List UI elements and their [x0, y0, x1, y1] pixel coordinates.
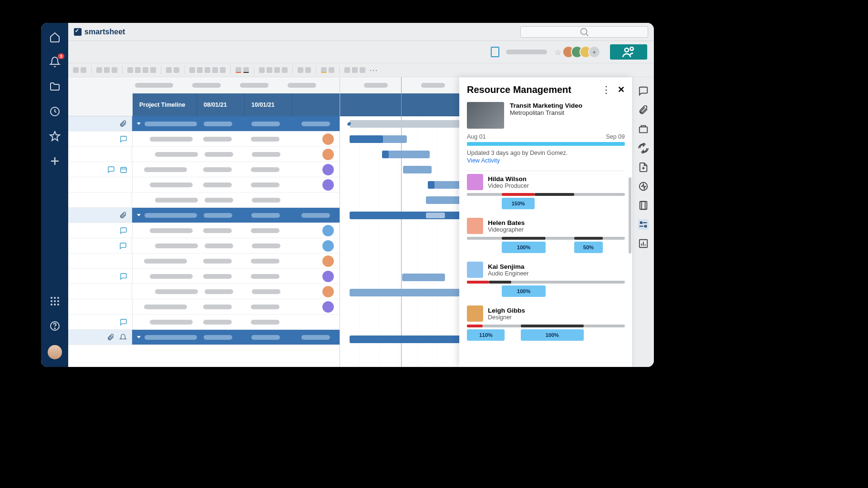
date-cell[interactable] — [245, 213, 292, 218]
primary-cell[interactable] — [133, 305, 196, 309]
allocation-chip[interactable]: 100% — [502, 242, 546, 253]
gantt-bar[interactable] — [350, 135, 383, 143]
toolbar-button[interactable] — [298, 67, 303, 73]
comment-icon[interactable] — [120, 135, 127, 143]
toolbar-button[interactable] — [352, 67, 358, 73]
allocation-chip[interactable]: 110% — [467, 329, 505, 341]
primary-cell[interactable] — [133, 274, 196, 279]
allocation-chip[interactable]: 100% — [502, 285, 546, 297]
primary-cell[interactable] — [132, 122, 197, 126]
date-cell[interactable] — [196, 167, 244, 172]
allocation-chip[interactable]: 150% — [502, 198, 535, 209]
gantt-bar[interactable] — [428, 181, 434, 189]
primary-cell[interactable] — [133, 183, 196, 187]
toolbar-button[interactable] — [197, 67, 203, 73]
assignee-avatar[interactable] — [322, 179, 334, 191]
date-cell[interactable] — [244, 320, 292, 325]
update-requests-icon[interactable] — [638, 162, 649, 173]
share-button[interactable] — [610, 44, 647, 60]
assignee-cell[interactable] — [292, 225, 340, 236]
primary-cell[interactable] — [133, 167, 196, 172]
date-cell[interactable] — [196, 183, 244, 187]
date-cell[interactable] — [244, 274, 292, 279]
grid-row[interactable] — [68, 299, 340, 315]
grid-row[interactable] — [68, 284, 340, 299]
assignee-cell[interactable] — [292, 335, 340, 340]
resource-management-icon[interactable] — [638, 219, 649, 230]
primary-cell[interactable] — [132, 335, 197, 340]
person-avatar[interactable] — [467, 305, 483, 322]
toolbar-button[interactable] — [135, 67, 141, 73]
gantt-bar[interactable] — [382, 151, 389, 158]
date-cell[interactable] — [196, 274, 244, 279]
toolbar-button[interactable] — [329, 67, 334, 73]
date-cell[interactable] — [245, 289, 292, 294]
grid-row[interactable] — [68, 132, 340, 147]
primary-cell[interactable] — [132, 152, 198, 157]
comment-icon[interactable] — [120, 273, 127, 280]
comment-icon[interactable] — [120, 318, 127, 326]
view-activity-link[interactable]: View Activity — [459, 157, 632, 168]
toolbar-button[interactable] — [236, 67, 241, 73]
assignee-avatar[interactable] — [322, 286, 334, 297]
apps-icon[interactable] — [49, 295, 61, 307]
toolbar-button[interactable] — [360, 67, 365, 73]
assignee-avatar[interactable] — [322, 164, 334, 175]
date-cell[interactable] — [196, 137, 244, 142]
toolbar-button[interactable] — [344, 67, 350, 73]
cal-icon[interactable] — [120, 166, 127, 173]
toolbar-button[interactable] — [305, 67, 311, 73]
toolbar-button[interactable] — [282, 67, 288, 73]
assignee-avatar[interactable] — [322, 225, 334, 236]
recents-icon[interactable] — [49, 106, 61, 117]
date-cell[interactable] — [196, 259, 244, 264]
allocation-chip[interactable]: 50% — [574, 242, 603, 253]
comments-icon[interactable] — [638, 86, 649, 96]
column-header-date2[interactable]: 10/01/21 — [245, 93, 292, 116]
help-icon[interactable] — [49, 320, 61, 332]
date-cell[interactable] — [245, 244, 292, 248]
primary-cell[interactable] — [133, 228, 196, 233]
toolbar-button[interactable] — [189, 67, 195, 73]
user-avatar[interactable] — [48, 345, 62, 359]
date-cell[interactable] — [245, 198, 292, 203]
date-cell[interactable] — [196, 228, 244, 233]
toolbar-button[interactable] — [212, 67, 218, 73]
toolbar-button[interactable] — [112, 67, 117, 73]
gantt-bar[interactable] — [403, 166, 432, 173]
activity-log-icon[interactable] — [638, 181, 649, 192]
date-cell[interactable] — [244, 167, 292, 172]
toolbar-button[interactable] — [166, 67, 172, 73]
comment-icon[interactable] — [120, 227, 127, 234]
grid-row[interactable] — [68, 254, 340, 269]
comment-icon[interactable] — [119, 242, 127, 250]
publish-icon[interactable] — [638, 200, 649, 211]
toolbar-button[interactable] — [321, 67, 327, 73]
gantt-bar[interactable] — [426, 213, 445, 218]
toolbar-button[interactable] — [81, 67, 86, 73]
toolbar-button[interactable] — [220, 67, 226, 73]
date-cell[interactable] — [198, 289, 245, 294]
primary-cell[interactable] — [132, 198, 198, 203]
toolbar-button[interactable] — [205, 67, 210, 73]
toolbar-button[interactable] — [127, 67, 133, 73]
assignee-cell[interactable] — [292, 301, 340, 313]
grid-row[interactable] — [68, 147, 340, 162]
grid-row[interactable] — [68, 116, 340, 132]
proofs-icon[interactable] — [638, 124, 649, 134]
date-cell[interactable] — [197, 213, 245, 218]
person-avatar[interactable] — [467, 174, 483, 190]
attach-icon[interactable] — [119, 120, 127, 128]
primary-cell[interactable] — [133, 259, 196, 264]
assignee-cell[interactable] — [292, 179, 340, 191]
favorites-icon[interactable] — [49, 131, 61, 142]
date-cell[interactable] — [244, 305, 292, 309]
primary-cell[interactable] — [132, 244, 198, 248]
allocation-chip[interactable]: 100% — [521, 329, 584, 341]
grid-row[interactable] — [68, 330, 340, 345]
gantt-bar[interactable] — [382, 151, 430, 158]
attach-icon[interactable] — [119, 212, 127, 219]
bell-icon[interactable] — [119, 334, 127, 341]
assignee-avatar[interactable] — [322, 255, 334, 267]
assignee-cell[interactable] — [292, 286, 340, 297]
